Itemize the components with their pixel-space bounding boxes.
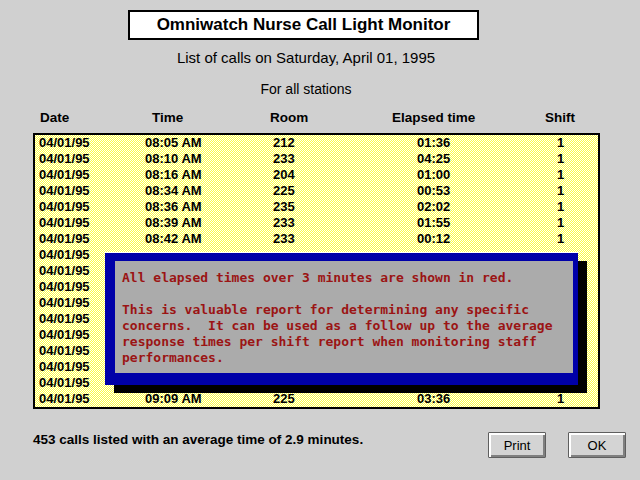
cell-room: 233 bbox=[273, 232, 295, 246]
cell-elapsed: 04:25 bbox=[417, 152, 450, 166]
cell-date: 04/01/95 bbox=[39, 216, 90, 230]
cell-date: 04/01/95 bbox=[39, 136, 90, 150]
cell-date: 04/01/95 bbox=[39, 248, 90, 262]
cell-room: 204 bbox=[273, 168, 295, 182]
cell-elapsed: 00:12 bbox=[417, 232, 450, 246]
cell-time: 08:16 AM bbox=[145, 168, 202, 182]
table-row[interactable]: 04/01/9508:39 AM23301:551 bbox=[35, 215, 598, 231]
cell-time: 08:34 AM bbox=[145, 184, 202, 198]
message-box-body: All elapsed times over 3 minutes are sho… bbox=[115, 261, 573, 373]
app-title: Omniwatch Nurse Call Light Monitor bbox=[157, 15, 451, 34]
cell-date: 04/01/95 bbox=[39, 392, 90, 406]
cell-room: 225 bbox=[273, 184, 295, 198]
cell-elapsed: 02:02 bbox=[417, 200, 450, 214]
cell-date: 04/01/95 bbox=[39, 152, 90, 166]
table-row[interactable]: 04/01/9508:34 AM22500:531 bbox=[35, 183, 598, 199]
table-row[interactable]: 04/01/9509:09 AM22503:361 bbox=[35, 391, 598, 407]
cell-date: 04/01/95 bbox=[39, 312, 90, 326]
cell-room: 225 bbox=[273, 392, 295, 406]
column-header-shift: Shift bbox=[545, 110, 575, 125]
cell-shift: 1 bbox=[557, 200, 564, 214]
column-header-elapsed-time: Elapsed time bbox=[392, 110, 475, 125]
app-title-box: Omniwatch Nurse Call Light Monitor bbox=[128, 10, 479, 40]
column-header-time: Time bbox=[152, 110, 183, 125]
cell-time: 08:36 AM bbox=[145, 200, 202, 214]
cell-date: 04/01/95 bbox=[39, 296, 90, 310]
report-subtitle: List of calls on Saturday, April 01, 199… bbox=[0, 49, 612, 66]
cell-time: 08:10 AM bbox=[145, 152, 202, 166]
cell-date: 04/01/95 bbox=[39, 360, 90, 374]
cell-shift: 1 bbox=[557, 184, 564, 198]
cell-date: 04/01/95 bbox=[39, 168, 90, 182]
column-header-room: Room bbox=[270, 110, 308, 125]
table-row[interactable]: 04/01/9508:16 AM20401:001 bbox=[35, 167, 598, 183]
cell-elapsed: 01:00 bbox=[417, 168, 450, 182]
cell-shift: 1 bbox=[557, 136, 564, 150]
cell-room: 233 bbox=[273, 216, 295, 230]
cell-elapsed: 03:36 bbox=[417, 392, 450, 406]
cell-time: 09:09 AM bbox=[145, 392, 202, 406]
cell-date: 04/01/95 bbox=[39, 328, 90, 342]
cell-room: 235 bbox=[273, 200, 295, 214]
status-summary: 453 calls listed with an average time of… bbox=[33, 432, 363, 447]
cell-room: 212 bbox=[273, 136, 295, 150]
cell-shift: 1 bbox=[557, 392, 564, 406]
cell-elapsed: 01:55 bbox=[417, 216, 450, 230]
station-scope-line: For all stations bbox=[0, 81, 612, 97]
message-box: All elapsed times over 3 minutes are sho… bbox=[105, 252, 578, 385]
cell-date: 04/01/95 bbox=[39, 200, 90, 214]
print-button[interactable]: Print bbox=[488, 432, 546, 458]
cell-date: 04/01/95 bbox=[39, 232, 90, 246]
table-header-row: DateTimeRoomElapsed timeShift bbox=[0, 110, 640, 126]
cell-date: 04/01/95 bbox=[39, 344, 90, 358]
cell-date: 04/01/95 bbox=[39, 264, 90, 278]
cell-time: 08:39 AM bbox=[145, 216, 202, 230]
cell-time: 08:42 AM bbox=[145, 232, 202, 246]
cell-shift: 1 bbox=[557, 216, 564, 230]
table-row[interactable]: 04/01/9508:05 AM21201:361 bbox=[35, 135, 598, 151]
cell-time: 08:05 AM bbox=[145, 136, 202, 150]
cell-elapsed: 01:36 bbox=[417, 136, 450, 150]
cell-elapsed: 00:53 bbox=[417, 184, 450, 198]
table-row[interactable]: 04/01/9508:36 AM23502:021 bbox=[35, 199, 598, 215]
table-row[interactable]: 04/01/9508:42 AM23300:121 bbox=[35, 231, 598, 247]
cell-room: 233 bbox=[273, 152, 295, 166]
table-row[interactable]: 04/01/9508:10 AM23304:251 bbox=[35, 151, 598, 167]
message-text: All elapsed times over 3 minutes are sho… bbox=[122, 270, 569, 366]
cell-date: 04/01/95 bbox=[39, 376, 90, 390]
cell-shift: 1 bbox=[557, 232, 564, 246]
column-header-date: Date bbox=[40, 110, 69, 125]
ok-button[interactable]: OK bbox=[568, 432, 626, 458]
cell-date: 04/01/95 bbox=[39, 280, 90, 294]
cell-shift: 1 bbox=[557, 168, 564, 182]
cell-date: 04/01/95 bbox=[39, 184, 90, 198]
cell-shift: 1 bbox=[557, 152, 564, 166]
